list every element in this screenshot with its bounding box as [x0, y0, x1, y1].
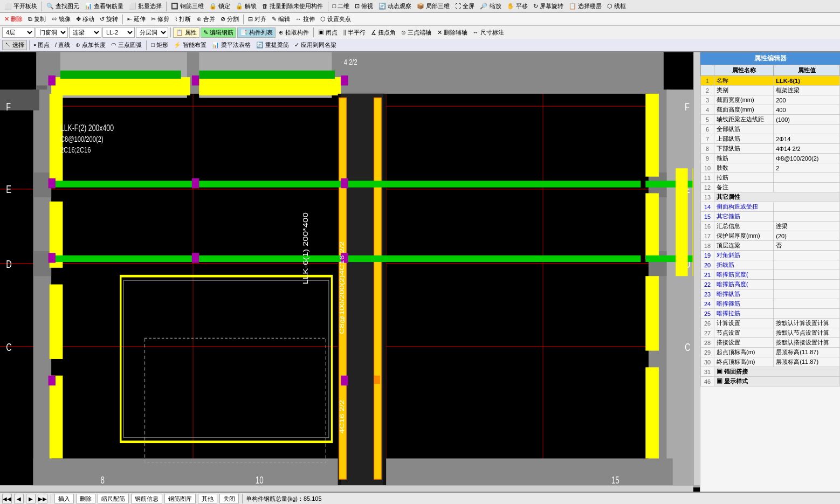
prop-value[interactable]: 2Φ14	[774, 134, 840, 144]
prop-value[interactable]	[774, 299, 840, 309]
prop-value[interactable]: LLK-6(1)	[774, 76, 840, 86]
toolbar-batch-delete[interactable]: 🗑 批量删除未使用构件	[260, 2, 325, 11]
prop-value[interactable]: 2	[774, 163, 840, 173]
floor-select[interactable]: 4层	[2, 27, 35, 38]
toolbar-smart-place[interactable]: ⚡ 智能布置	[171, 40, 209, 50]
btn-delete[interactable]: 删除	[76, 494, 95, 503]
toolbar-three-point-axis[interactable]: ⊙ 三点端轴	[399, 28, 433, 37]
prop-value[interactable]	[774, 280, 840, 289]
toolbar-edit[interactable]: ✎ 编辑	[270, 15, 292, 24]
toolbar-batch-select[interactable]: ⬜ 批量选择	[127, 2, 164, 11]
prop-value[interactable]: 按默认节点设置计算	[774, 328, 840, 338]
toolbar-twist-angle[interactable]: ∡ 扭点角	[369, 28, 398, 37]
toolbar-flat-slab[interactable]: ⬜ 平开板块	[2, 2, 39, 11]
prop-value[interactable]	[774, 173, 840, 183]
prop-value[interactable]	[774, 289, 840, 299]
btn-rebar-info[interactable]: 钢筋信息	[131, 494, 162, 503]
toolbar-move[interactable]: ✥ 移动	[74, 15, 97, 24]
prop-value[interactable]: (20)	[774, 231, 840, 241]
toolbar-re-extract-rebar[interactable]: 🔄 重提梁筋	[254, 40, 291, 50]
canvas-scrollbar-v[interactable]	[693, 52, 700, 485]
toolbar-rect[interactable]: □ 矩形	[149, 40, 170, 50]
toolbar-zoom[interactable]: 🔎 缩放	[478, 2, 503, 11]
toolbar-break[interactable]: ⌇ 打断	[173, 15, 193, 24]
prop-value[interactable]	[774, 125, 840, 134]
toolbar-2d[interactable]: □ 二维	[331, 2, 352, 11]
toolbar-screen-rotate[interactable]: ↻ 屏幕旋转	[531, 2, 566, 11]
toolbar-properties[interactable]: 📋 属性	[173, 27, 199, 38]
btn-close[interactable]: 关闭	[219, 494, 239, 503]
toolbar-trim[interactable]: ✂ 修剪	[149, 15, 171, 24]
toolbar-copy[interactable]: ⧉ 复制	[26, 15, 48, 24]
toolbar-find-element[interactable]: 🔍 查找图元	[44, 2, 81, 11]
toolbar-delete[interactable]: ✕ 删除	[2, 15, 25, 24]
toolbar-rotate[interactable]: ↺ 旋转	[98, 15, 120, 24]
prop-value[interactable]: 层顶标高(11.87)	[774, 348, 840, 357]
toolbar-select-tool[interactable]: ↖ 选择	[2, 40, 27, 50]
toolbar-lock[interactable]: 🔒 锁定	[207, 2, 232, 11]
prop-value[interactable]: Φ8@100/200(2)	[774, 154, 840, 163]
prop-value[interactable]: 按默认搭接设置计算	[774, 338, 840, 348]
toolbar-delete-aux-axis[interactable]: ✕ 删除辅轴	[435, 28, 470, 37]
btn-other[interactable]: 其他	[198, 494, 217, 503]
toolbar-view-rebar[interactable]: 📊 查看钢筋量	[82, 2, 126, 11]
btn-rebar-lib[interactable]: 钢筋图库	[164, 494, 196, 503]
toolbar-point-length[interactable]: ⊕ 点加长度	[73, 40, 108, 50]
toolbar-rebar-3d[interactable]: 🔲 钢筋三维	[169, 2, 206, 11]
toolbar-line[interactable]: / 直线	[53, 40, 72, 50]
nav-prev[interactable]: ◀	[14, 494, 24, 503]
prop-value[interactable]: (100)	[774, 115, 840, 125]
toolbar-grid-point[interactable]: ▪ 图点	[32, 40, 52, 50]
nav-first[interactable]: ◀◀	[2, 494, 12, 503]
component-type-select[interactable]: 门窗洞	[36, 27, 68, 38]
btn-scale-rebar[interactable]: 缩尺配筋	[98, 494, 129, 503]
toolbar-top-view[interactable]: ⊡ 俯视	[353, 2, 375, 11]
prop-value[interactable]: 400	[774, 105, 840, 115]
prop-value[interactable]	[774, 260, 840, 270]
nav-next[interactable]: ▶	[26, 494, 36, 503]
toolbar-unlock[interactable]: 🔓 解锁	[233, 2, 259, 11]
prop-value[interactable]: 否	[774, 241, 840, 251]
canvas-area[interactable]: LLK-F(2) 200x400 C8@100/200(2) 2C16;2C16…	[0, 52, 700, 492]
toolbar-extend[interactable]: ⇤ 延伸	[125, 15, 148, 24]
toolbar-half-parallel[interactable]: ∥ 半平行	[341, 28, 368, 37]
prop-value[interactable]	[774, 183, 840, 192]
toolbar-merge[interactable]: ⊕ 合并	[195, 15, 217, 24]
prop-value[interactable]: 4Φ14 2/2	[774, 144, 840, 154]
toolbar-fullscreen[interactable]: ⛶ 全屏	[453, 2, 477, 11]
toolbar-split[interactable]: ⊘ 分割	[218, 15, 241, 24]
layer-select[interactable]: 分层洞1	[136, 27, 168, 38]
toolbar-arc[interactable]: ◠ 三点圆弧	[109, 40, 144, 50]
prop-value[interactable]	[774, 251, 840, 260]
prop-value[interactable]	[774, 270, 840, 280]
btn-insert[interactable]: 插入	[54, 494, 74, 503]
toolbar-pan[interactable]: ✋ 平移	[505, 2, 530, 11]
prop-value[interactable]: 200	[774, 95, 840, 105]
toolbar-apply-same-name[interactable]: ✓ 应用到同名梁	[292, 40, 339, 50]
toolbar-stretch[interactable]: ↔ 拉伸	[293, 15, 317, 24]
prop-value[interactable]: 框架连梁	[774, 86, 840, 95]
toolbar-mirror[interactable]: ⇔ 镜像	[49, 15, 73, 24]
toolbar-edit-rebar[interactable]: ✎ 编辑钢筋	[201, 27, 236, 38]
toolbar-local-3d[interactable]: 📦 局部三维	[415, 2, 452, 11]
toolbar-wireframe[interactable]: ⬡ 线框	[605, 2, 628, 11]
beam-id-select[interactable]: LL-2	[102, 27, 135, 38]
toolbar-closed-point[interactable]: ▣ 闭点	[316, 28, 340, 37]
prop-value[interactable]	[774, 309, 840, 319]
prop-value[interactable]: 连梁	[774, 222, 840, 231]
prop-value[interactable]	[774, 202, 840, 212]
toolbar-component-list[interactable]: 📑 构件列表	[237, 27, 276, 38]
toolbar-select-floor[interactable]: 📋 选择楼层	[567, 2, 604, 11]
toolbar-align[interactable]: ⊟ 对齐	[246, 15, 268, 24]
toolbar-dynamic-observe[interactable]: 🔄 动态观察	[376, 2, 414, 11]
toolbar-dimension[interactable]: ↔ 尺寸标注	[471, 28, 506, 37]
prop-value[interactable]: 按默认计算设置计算	[774, 319, 840, 328]
toolbar-beam-table[interactable]: 📊 梁平法表格	[210, 40, 253, 50]
toolbar-pick-component[interactable]: ⊕ 拾取构件	[277, 28, 311, 37]
nav-last[interactable]: ▶▶	[38, 494, 47, 503]
canvas-scrollbar-h[interactable]	[0, 485, 693, 492]
beam-type-select[interactable]: 连梁	[69, 27, 101, 38]
toolbar-set-grip[interactable]: ⬡ 设置夹点	[318, 15, 353, 24]
prop-value[interactable]	[774, 212, 840, 222]
prop-value[interactable]: 层顶标高(11.87)	[774, 357, 840, 367]
